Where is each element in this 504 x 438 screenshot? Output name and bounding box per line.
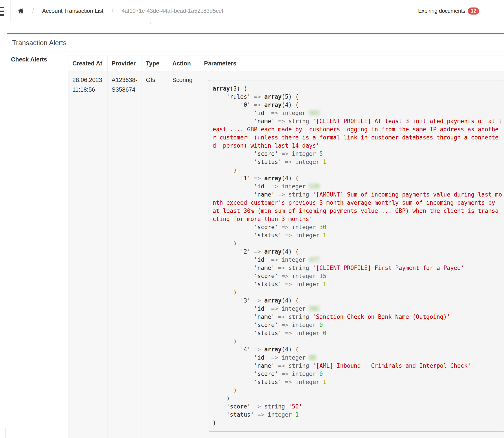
parameters-dump: array(3) ( 'rules' => array(5) ( '0' => …: [208, 80, 504, 432]
active-tab-edge: [150, 22, 151, 24]
created-at-cell: 28.06.2023 11:18:56: [68, 71, 107, 438]
transaction-alerts-panel: Transaction Alerts Check Alerts Created …: [7, 33, 504, 438]
sidebar-toggle-button[interactable]: [0, 7, 4, 16]
expiring-documents-label: Expiring documents: [418, 8, 465, 14]
parameters-cell: array(3) ( 'rules' => array(5) ( '0' => …: [200, 71, 504, 438]
column-header-parameters: Parameters: [200, 56, 504, 71]
expiring-documents-button[interactable]: Expiring documents 12: [420, 0, 477, 22]
created-date: 28.06.2023: [73, 75, 105, 85]
breadcrumb: / Account Transaction List / 4af1971c-43…: [18, 0, 223, 22]
check-alerts-label: Check Alerts: [11, 56, 47, 63]
table-row: 28.06.2023 11:18:56 A123638-S358674 Gfs …: [68, 71, 504, 438]
table-header-row: Created At Provider Type Action Paramete…: [68, 55, 504, 71]
panel-header: Transaction Alerts: [7, 34, 504, 52]
check-alerts-table: Created At Provider Type Action Paramete…: [68, 55, 504, 438]
column-header-type: Type: [142, 56, 168, 71]
panel-body: Check Alerts Created At Provider Type Ac…: [7, 52, 504, 438]
action-cell: Scoring: [168, 71, 200, 438]
home-icon[interactable]: [18, 8, 24, 14]
created-time: 11:18:56: [73, 85, 105, 95]
column-header-created-at: Created At: [68, 56, 107, 71]
tab-strip-border: [150, 24, 504, 24]
provider-cell: A123638-S358674: [107, 71, 142, 438]
page-title: Transaction Alerts: [7, 34, 504, 52]
active-tab-edge: [105, 22, 105, 24]
header-divider: [478, 0, 478, 22]
type-cell: Gfs: [142, 71, 168, 438]
breadcrumb-record-id: 4af1971c-43de-44af-bcad-1a52c83d5cef: [122, 8, 223, 14]
tab-strip-border: [0, 24, 105, 24]
breadcrumb-separator: /: [32, 7, 34, 15]
column-header-action: Action: [168, 56, 200, 71]
top-header: / Account Transaction List / 4af1971c-43…: [0, 0, 504, 22]
header-divider: [10, 0, 11, 22]
breadcrumb-section-link[interactable]: Account Transaction List: [42, 8, 103, 14]
tab-strip: [0, 22, 504, 24]
column-header-provider: Provider: [107, 56, 142, 71]
next-panel-edge: [6, 428, 6, 438]
breadcrumb-separator: /: [112, 7, 113, 15]
page-content: Transaction Alerts Check Alerts Created …: [0, 33, 504, 438]
